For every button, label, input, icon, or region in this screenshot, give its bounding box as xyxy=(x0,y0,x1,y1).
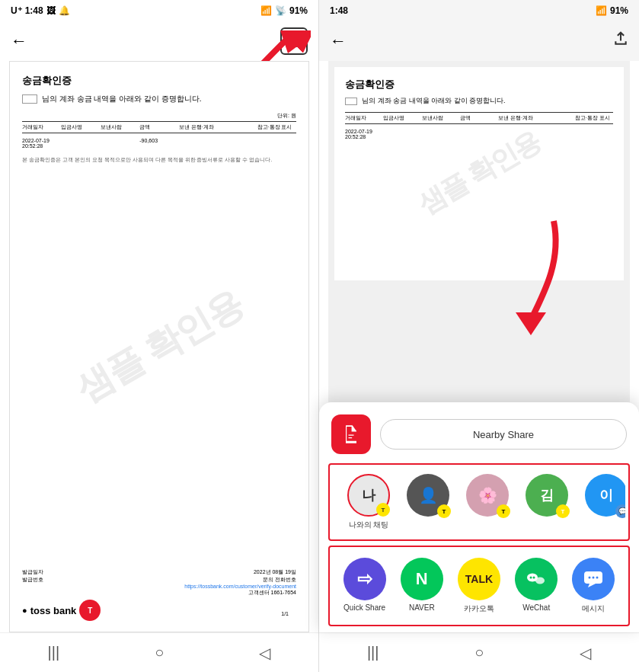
wechat-label: WeChat xyxy=(522,603,550,612)
doc-subtitle-right: 님의 계좌 송금 내역을 아래와 같이 증명합니다. xyxy=(345,96,613,106)
signal-icon: 📡 xyxy=(275,5,286,16)
photo-icon: 🖼 xyxy=(46,5,56,16)
kakao-badge-2: T xyxy=(497,504,510,518)
nav-menu-left[interactable]: ||| xyxy=(48,644,60,661)
right-panel: 1:48 📶 91% ← 송금확인증 님의 계좌 송금 내역을 아래와 같이 증… xyxy=(319,0,639,672)
battery-left: 91% xyxy=(289,5,308,16)
kakao-badge-3: T xyxy=(556,504,570,518)
message-label: 메시지 xyxy=(582,603,605,614)
svg-marker-2 xyxy=(516,312,546,335)
quickshare-icon: ⇨ xyxy=(343,558,386,600)
naver-label: NAVER xyxy=(409,603,435,612)
contact-avatar-2: 🌸 T xyxy=(466,474,509,517)
msg-badge-4: 💬 xyxy=(615,504,625,518)
contacts-row: 나 T 나와의 채팅 👤 T 🌸 xyxy=(333,468,625,536)
doc-table-header: 거래일자 입금사명 보낸사람 금액 보낸 은행·계좌 참고·통장 표시 xyxy=(22,121,296,133)
app-item-naver[interactable]: N NAVER xyxy=(393,553,450,619)
contact-item-3[interactable]: 김 T xyxy=(520,474,574,530)
status-bar-left: U⁺ 1:48 🖼 🔔 📶 📡 91% xyxy=(0,0,318,21)
kakao-badge-0: T xyxy=(376,503,390,517)
doc-table-row: 2022-07-19 20:52:28 -90,603 xyxy=(22,136,296,150)
kakao-icon: TALK xyxy=(458,558,500,600)
svg-point-9 xyxy=(593,577,595,579)
nav-menu-right[interactable]: ||| xyxy=(367,644,379,661)
adobe-icon xyxy=(331,414,371,454)
apps-highlight: ⇨ Quick Share N NAVER TALK 카카오톡 xyxy=(328,546,630,626)
contact-item-4[interactable]: 이 💬 xyxy=(580,474,625,530)
nearby-share-button[interactable]: Nearby Share xyxy=(380,419,627,450)
contact-item-0[interactable]: 나 T 나와의 채팅 xyxy=(342,474,395,530)
contacts-highlight: 나 T 나와의 채팅 👤 T 🌸 xyxy=(328,463,630,541)
doc-subtitle-left: 님의 계좌 송금 내역을 아래와 같이 증명합니다. xyxy=(22,94,296,104)
contact-name-0: 나와의 채팅 xyxy=(349,520,389,530)
share-sheet: Nearby Share 나 T 나와의 채팅 👤 T xyxy=(319,402,639,632)
svg-point-6 xyxy=(533,577,535,579)
nav-back-left[interactable]: ◁ xyxy=(259,644,270,662)
app-item-wechat[interactable]: WeChat xyxy=(508,553,565,619)
page-number: 1/1 xyxy=(281,611,289,616)
share-top-row: Nearby Share xyxy=(319,414,639,463)
bottom-nav-left: ||| ○ ◁ xyxy=(0,632,318,672)
wechat-icon xyxy=(515,558,558,600)
carrier: U⁺ xyxy=(11,5,22,16)
app-item-message[interactable]: 메시지 xyxy=(565,553,622,619)
nav-home-right[interactable]: ○ xyxy=(474,644,484,661)
contact-avatar-4: 이 💬 xyxy=(585,474,625,517)
svg-point-10 xyxy=(596,577,599,579)
status-bar-right: 1:48 📶 91% xyxy=(319,0,639,21)
app-item-quickshare[interactable]: ⇨ Quick Share xyxy=(336,553,393,619)
doc-table-header-right: 거래일자 입금사명 보낸사람 금액 보낸 은행·계좌 참고·통장 표시 xyxy=(345,112,613,124)
kakao-label: 카카오톡 xyxy=(464,603,494,614)
wifi-icon-right: 📶 xyxy=(596,5,607,16)
wifi-icon: 📶 xyxy=(260,5,272,16)
back-button-left[interactable]: ← xyxy=(11,31,27,51)
doc-note: 본 송금확인증은 고객 본인의 요청 목적으로만 사용되며 다른 목적을 위한 … xyxy=(22,156,296,164)
time-right: 1:48 xyxy=(330,5,348,16)
document-area-left: 샘플 확인용 송금확인증 님의 계좌 송금 내역을 아래와 같이 증명합니다. … xyxy=(9,61,309,632)
doc-footer: 발급일자 발급번호 2022년 08월 19일 문의 전화번호 https://… xyxy=(22,568,296,621)
battery-right: 91% xyxy=(610,5,628,16)
doc-inner-right: 송금확인증 님의 계좌 송금 내역을 아래와 같이 증명합니다. 거래일자 입금… xyxy=(334,67,624,280)
naver-icon: N xyxy=(401,558,443,600)
top-bar-left: ← xyxy=(0,21,318,61)
time-left: 1:48 xyxy=(25,5,43,16)
nav-back-right[interactable]: ◁ xyxy=(580,644,591,662)
svg-point-4 xyxy=(535,578,545,584)
watermark-left: 샘플 확인용 xyxy=(67,280,251,414)
svg-point-5 xyxy=(530,577,532,579)
doc-title-right: 송금확인증 xyxy=(345,78,613,91)
contact-item-1[interactable]: 👤 T xyxy=(401,474,455,530)
doc-table-row-right: 2022-07-19 20:52:28 xyxy=(345,127,613,141)
doc-title-left: 송금확인증 xyxy=(22,74,296,88)
toss-logo: ● toss bank T xyxy=(22,600,296,621)
share-button-left[interactable] xyxy=(280,27,308,55)
contact-avatar-1: 👤 T xyxy=(407,474,449,517)
share-button-right[interactable] xyxy=(613,31,628,51)
quickshare-label: Quick Share xyxy=(343,603,385,612)
bottom-nav-right: ||| ○ ◁ xyxy=(319,632,639,672)
left-panel: U⁺ 1:48 🖼 🔔 📶 📡 91% ← xyxy=(0,0,319,672)
apps-row: ⇨ Quick Share N NAVER TALK 카카오톡 xyxy=(333,553,625,619)
message-icon xyxy=(572,558,615,600)
contact-avatar-0: 나 T xyxy=(347,474,390,517)
top-bar-right: ← xyxy=(319,21,639,61)
contact-avatar-3: 김 T xyxy=(526,474,568,517)
back-button-right[interactable]: ← xyxy=(330,31,347,51)
toss-circle-icon: T xyxy=(79,600,101,621)
notification-icon: 🔔 xyxy=(59,5,70,16)
contact-item-2[interactable]: 🌸 T xyxy=(461,474,514,530)
nav-home-left[interactable]: ○ xyxy=(155,644,164,661)
app-item-kakao[interactable]: TALK 카카오톡 xyxy=(450,553,507,619)
kakao-badge-1: T xyxy=(437,504,451,518)
svg-point-8 xyxy=(589,577,591,579)
